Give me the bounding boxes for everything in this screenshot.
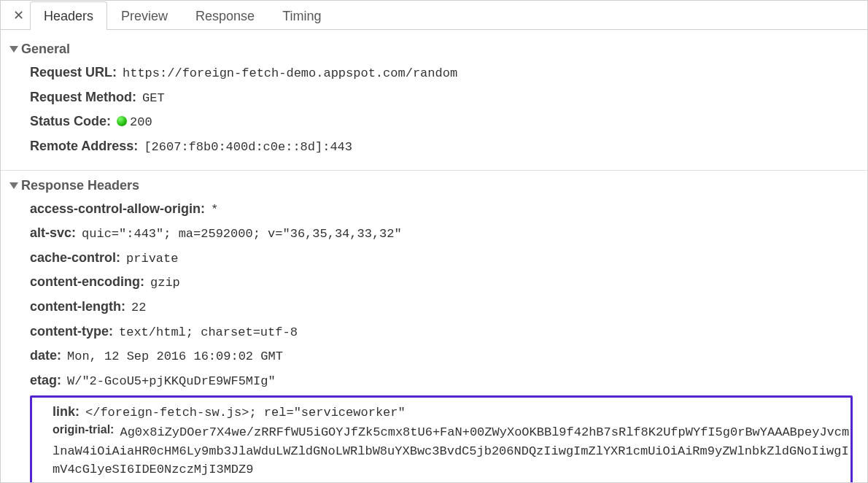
general-section: General Request URL: https://foreign-fet…	[1, 34, 867, 171]
origin-trial-value: Ag0x8iZyDOer7X4we/zRRFfWU5iGOYJfZk5cmx8t…	[53, 425, 849, 476]
status-code-value: 200	[117, 114, 152, 132]
tab-timing[interactable]: Timing	[268, 1, 335, 30]
header-row: access-control-allow-origin: *	[9, 199, 859, 220]
header-value: gzip	[150, 274, 180, 293]
status-dot-icon	[117, 116, 127, 126]
general-toggle[interactable]: General	[9, 42, 859, 57]
general-title: General	[21, 42, 70, 57]
header-row: etag: W/"2-GcoU5+pjKKQuDrE9WF5MIg"	[9, 371, 859, 391]
origin-trial-row: origin-trial: Ag0x8iZyDOer7X4we/zRRFfWU5…	[53, 423, 850, 479]
request-url-value: https://foreign-fetch-demo.appspot.com/r…	[123, 65, 457, 83]
header-label: alt-svc:	[30, 223, 76, 242]
link-header-row: link: </foreign-fetch-sw.js>; rel="servi…	[53, 402, 850, 422]
header-row: content-type: text/html; charset=utf-8	[9, 322, 859, 342]
tab-bar: ✕ Headers Preview Response Timing	[1, 1, 867, 30]
response-headers-title: Response Headers	[21, 178, 139, 193]
header-value: W/"2-GcoU5+pjKKQuDrE9WF5MIg"	[67, 373, 276, 391]
header-value: Mon, 12 Sep 2016 16:09:02 GMT	[67, 348, 283, 366]
remote-address-label: Remote Address:	[30, 136, 138, 155]
tab-preview[interactable]: Preview	[107, 1, 182, 30]
header-label: content-type:	[30, 322, 113, 341]
link-header-value: </foreign-fetch-sw.js>; rel="servicework…	[85, 404, 406, 422]
remote-address-value: [2607:f8b0:400d:c0e::8d]:443	[144, 139, 352, 157]
close-icon[interactable]: ✕	[7, 1, 30, 29]
highlighted-headers: link: </foreign-fetch-sw.js>; rel="servi…	[30, 395, 853, 483]
remote-address-row: Remote Address: [2607:f8b0:400d:c0e::8d]…	[9, 136, 859, 157]
request-url-label: Request URL:	[30, 63, 117, 82]
request-method-row: Request Method: GET	[9, 88, 859, 108]
request-url-row: Request URL: https://foreign-fetch-demo.…	[9, 63, 859, 83]
tab-response[interactable]: Response	[182, 1, 268, 30]
header-label: access-control-allow-origin:	[30, 199, 205, 218]
request-method-value: GET	[142, 90, 165, 108]
header-value: private	[126, 250, 178, 268]
chevron-down-icon	[9, 46, 18, 53]
response-headers-section: Response Headers access-control-allow-or…	[1, 171, 867, 483]
header-row: cache-control: private	[9, 248, 859, 268]
header-label: content-encoding:	[30, 272, 144, 291]
origin-trial-label: origin-trial:	[53, 423, 114, 436]
header-row: content-length: 22	[9, 297, 859, 317]
header-value: quic=":443"; ma=2592000; v="36,35,34,33,…	[82, 225, 402, 244]
header-label: content-length:	[30, 297, 125, 316]
header-row: content-encoding: gzip	[9, 272, 859, 293]
header-label: etag:	[30, 371, 61, 390]
response-headers-toggle[interactable]: Response Headers	[9, 178, 859, 193]
request-method-label: Request Method:	[30, 88, 136, 107]
tab-headers[interactable]: Headers	[30, 1, 107, 30]
header-value: 22	[131, 299, 146, 317]
header-label: cache-control:	[30, 248, 120, 267]
status-code-label: Status Code:	[30, 112, 111, 131]
header-label: date:	[30, 346, 61, 365]
header-value: *	[211, 201, 218, 220]
chevron-down-icon	[9, 182, 18, 189]
header-row: date: Mon, 12 Sep 2016 16:09:02 GMT	[9, 346, 859, 366]
link-header-label: link:	[53, 402, 80, 421]
status-code-row: Status Code: 200	[9, 112, 859, 132]
header-value: text/html; charset=utf-8	[119, 324, 298, 342]
panel-content: General Request URL: https://foreign-fet…	[1, 30, 867, 483]
header-row: alt-svc: quic=":443"; ma=2592000; v="36,…	[9, 223, 859, 244]
